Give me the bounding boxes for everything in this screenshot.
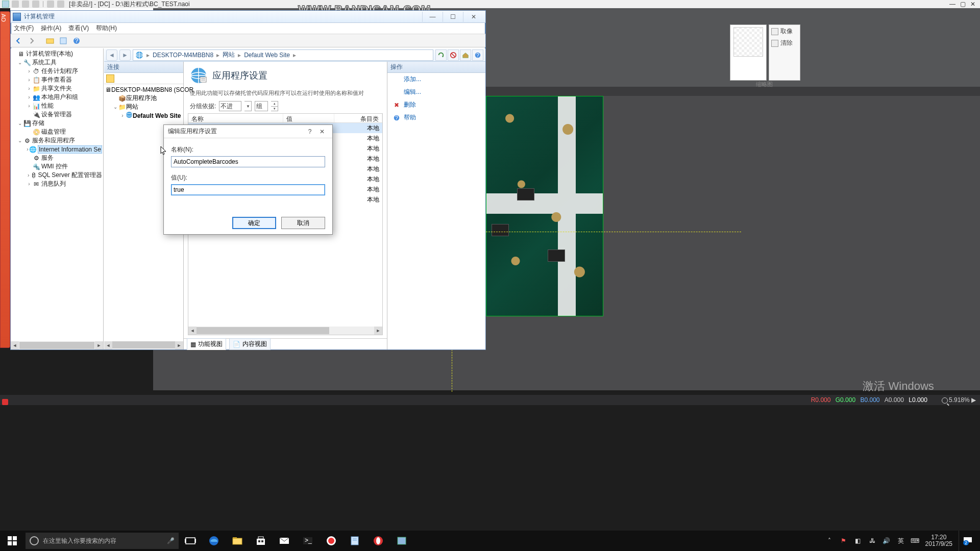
editor-maximize-button[interactable]: ▢ (958, 1, 968, 8)
tab-content-view[interactable]: 📄内容视图 (229, 338, 271, 350)
menu-action[interactable]: 操作(A) (41, 24, 61, 33)
editor-close-button[interactable]: ✕ (968, 1, 978, 8)
tree-device-manager[interactable]: 🔌设备管理器 (11, 110, 102, 119)
spinner[interactable]: ▲▼ (271, 101, 278, 111)
iis-nav-forward[interactable]: ► (119, 49, 131, 61)
name-input[interactable] (171, 156, 325, 167)
editor-tool-icon[interactable] (12, 1, 19, 8)
iis-refresh-button[interactable] (435, 49, 447, 61)
cm-minimize-button[interactable]: — (422, 12, 443, 22)
toolbar-properties-button[interactable] (58, 35, 69, 46)
action-add[interactable]: 添加... (387, 73, 485, 86)
action-edit[interactable]: 编辑... (387, 86, 485, 98)
editor-tool-icon[interactable] (22, 1, 29, 8)
iis-home-button[interactable] (460, 49, 471, 61)
conn-host[interactable]: 🖥DESKTOP-M4MBBN8 (SCOR (105, 85, 182, 94)
tray-ime-icon[interactable]: 英 (897, 537, 905, 545)
ok-button[interactable]: 确定 (232, 217, 276, 229)
editor-image-pcb[interactable] (486, 96, 603, 316)
tray-app-icon[interactable]: ◧ (854, 537, 862, 545)
toolbar-forward-button[interactable] (26, 35, 37, 46)
connections-hscrollbar[interactable]: ◄► (104, 341, 183, 349)
conn-default-site[interactable]: ›Default Web Site (105, 111, 182, 120)
tree-msmq[interactable]: ›✉消息队列 (11, 180, 102, 188)
taskbar-cmd[interactable]: >_ (296, 531, 320, 551)
menu-help[interactable]: 帮助(H) (96, 24, 117, 33)
taskbar-mail[interactable] (273, 531, 296, 551)
tree-services[interactable]: ⚙服务 (11, 154, 102, 162)
taskbar-app[interactable] (390, 531, 413, 551)
editor-tool-icon[interactable] (47, 1, 54, 8)
conn-app-pools[interactable]: 📦应用程序池 (105, 94, 182, 103)
action-help[interactable]: ?帮助 (387, 111, 485, 124)
menu-view[interactable]: 查看(V) (68, 24, 89, 33)
taskbar-store[interactable] (249, 531, 273, 551)
conn-sites[interactable]: ⌄📁网站 (105, 103, 182, 111)
tree-services-apps[interactable]: ⌄⚙服务和应用程序 (11, 136, 102, 145)
group-by-select2[interactable]: 组 (255, 101, 268, 111)
tree-wmi[interactable]: 🔩WMI 控件 (11, 162, 102, 171)
dialog-close-button[interactable]: ✕ (316, 127, 328, 137)
iis-breadcrumb[interactable]: ▸ DESKTOP-M4MBBN8 ▸ 网站 ▸ Default Web Sit… (133, 49, 433, 61)
action-delete[interactable]: ✖删除 (387, 98, 485, 111)
tree-system-tools[interactable]: ⌄🔧系统工具 (11, 58, 102, 67)
iis-stop-button[interactable] (448, 49, 459, 61)
dropdown-icon[interactable]: ▼ (244, 101, 252, 111)
bc-default-site[interactable]: Default Web Site (244, 52, 290, 59)
folder-icon[interactable] (106, 74, 114, 83)
group-by-select[interactable]: 不进 (219, 101, 241, 111)
editor-tool-icon[interactable] (57, 1, 64, 8)
clear-button[interactable]: 清除 (771, 39, 798, 47)
taskbar-search-box[interactable]: 在这里输入你要搜索的内容 🎤 (26, 533, 179, 549)
taskbar-bandicam[interactable] (320, 531, 343, 551)
col-entry-type[interactable]: 条目类 (334, 114, 382, 122)
taskbar-notepad[interactable] (343, 531, 366, 551)
tree-hscrollbar[interactable]: ◄► (11, 341, 103, 349)
tab-features-view[interactable]: ▦功能视图 (187, 338, 226, 350)
taskbar-edge[interactable] (202, 531, 226, 551)
tray-volume-icon[interactable]: 🔊 (883, 537, 891, 545)
editor-guide-horizontal[interactable] (486, 232, 741, 232)
tree-local-users[interactable]: ›👥本地用户和组 (11, 93, 102, 102)
tree-shared-folders[interactable]: ›📁共享文件夹 (11, 84, 102, 93)
bc-sites[interactable]: 网站 (223, 51, 235, 59)
iis-nav-back[interactable]: ◄ (106, 49, 117, 61)
list-hscrollbar[interactable]: ◄► (188, 327, 382, 335)
col-value[interactable]: 值 (283, 114, 334, 122)
tree-sql-config[interactable]: ›🛢SQL Server 配置管理器 (11, 171, 102, 180)
tree-task-scheduler[interactable]: ›⏱任务计划程序 (11, 67, 102, 76)
tray-chevron-up-icon[interactable]: ˄ (825, 537, 834, 545)
bc-host[interactable]: DESKTOP-M4MBBN8 (153, 52, 213, 59)
tray-network-icon[interactable]: 🖧 (868, 537, 876, 545)
taskbar-explorer[interactable] (226, 531, 249, 551)
dialog-title-bar[interactable]: 编辑应用程序设置 ? ✕ (164, 125, 332, 138)
capture-button[interactable]: 取像 (771, 27, 798, 36)
editor-tool-icon[interactable] (32, 1, 39, 8)
toolbar-help-button[interactable]: ? (71, 35, 82, 46)
dialog-help-button[interactable]: ? (304, 127, 316, 137)
taskbar-opera[interactable] (366, 531, 390, 551)
status-zoom[interactable]: 5.918% ▶ (942, 396, 976, 404)
tray-security-icon[interactable]: ⚑ (840, 537, 848, 545)
cm-maximize-button[interactable]: ☐ (443, 12, 463, 22)
toolbar-back-button[interactable] (13, 35, 24, 46)
action-center-button[interactable]: 2 (959, 531, 976, 551)
tray-clock[interactable]: 17:20 2017/9/25 (925, 534, 952, 547)
tree-event-viewer[interactable]: ›📋事件查看器 (11, 76, 102, 84)
value-input[interactable] (171, 184, 325, 195)
start-button[interactable] (0, 531, 24, 551)
thumbnail-image[interactable] (733, 27, 763, 57)
tree-storage[interactable]: ⌄💾存储 (11, 119, 102, 128)
cm-title-bar[interactable]: 计算机管理 — ☐ ✕ (11, 11, 485, 23)
microphone-icon[interactable]: 🎤 (167, 537, 175, 544)
tree-root[interactable]: 🖥计算机管理(本地) (11, 49, 102, 58)
editor-minimize-button[interactable]: — (947, 1, 958, 8)
editor-left-panel-tab[interactable]: AO (0, 11, 10, 348)
col-name[interactable]: 名称 (188, 114, 283, 122)
tree-disk-management[interactable]: 📀磁盘管理 (11, 128, 102, 136)
tray-keyboard-icon[interactable]: ⌨ (911, 537, 919, 545)
tree-iis[interactable]: ›🌐Internet Information Se (11, 145, 102, 154)
toolbar-folder-button[interactable] (44, 35, 56, 46)
tree-performance[interactable]: ›📊性能 (11, 102, 102, 110)
cm-close-button[interactable]: ✕ (463, 12, 483, 22)
